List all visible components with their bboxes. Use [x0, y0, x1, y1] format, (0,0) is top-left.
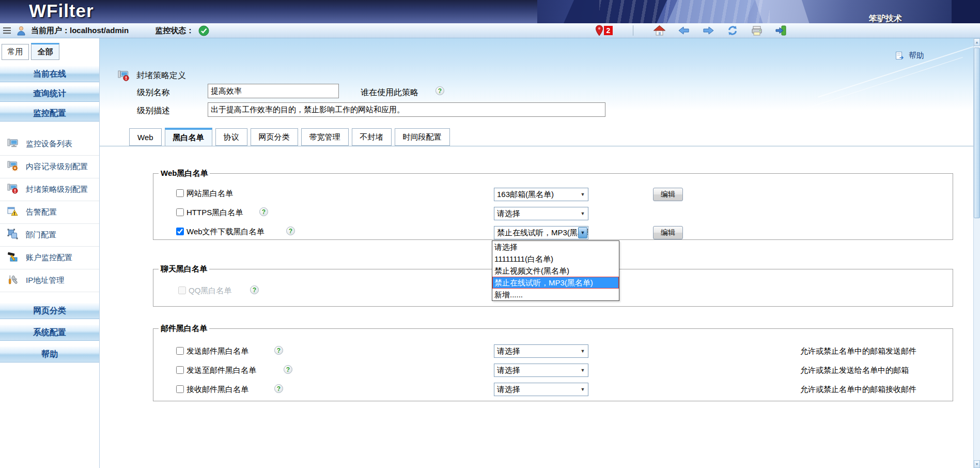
home-icon[interactable]: [654, 25, 665, 36]
sidebar-item-account-monitor-config[interactable]: 账户监控配置: [0, 247, 99, 269]
send-mail-help-icon[interactable]: ?: [274, 346, 283, 355]
website-list-select[interactable]: 163邮箱(黑名单)▼: [494, 188, 588, 201]
sidebar-tab-all[interactable]: 全部: [31, 43, 59, 60]
tab-bandwidth[interactable]: 带宽管理: [301, 128, 349, 146]
tab-no-block[interactable]: 不封堵: [352, 128, 392, 146]
alerts-pin-icon[interactable]: 2: [595, 25, 613, 36]
tab-web[interactable]: Web: [129, 128, 162, 146]
who-uses-label: 谁在使用此策略: [361, 87, 418, 98]
app-logo: WFilter: [29, 1, 94, 21]
https-list-help-icon[interactable]: ?: [259, 207, 268, 216]
receive-mail-list-label: 接收邮件黑白名单: [186, 385, 248, 395]
chevron-down-icon: ▼: [578, 227, 587, 238]
send-mail-list-label: 发送邮件黑白名单: [186, 346, 248, 356]
receive-mail-help-icon[interactable]: ?: [274, 384, 283, 393]
website-list-checkbox[interactable]: [176, 189, 184, 197]
scrollbar-down-icon[interactable]: ▼: [974, 460, 980, 468]
chevron-down-icon: ▼: [578, 189, 587, 200]
chevron-down-icon: ▼: [578, 208, 587, 219]
toolbar: 当前用户：localhost/admin 监控状态： 2: [0, 23, 980, 38]
sidebar-item-alert-config[interactable]: 告警配置: [0, 201, 99, 224]
app-header: WFilter 笨驴技术: [0, 0, 980, 23]
user-icon: [16, 25, 26, 36]
send-to-mail-help-icon[interactable]: ?: [284, 365, 292, 374]
sidebar-item-monitor-devices[interactable]: 监控设备列表: [0, 133, 99, 156]
qq-list-checkbox[interactable]: [178, 286, 186, 294]
account-monitor-icon: [7, 252, 19, 264]
website-list-label: 网站黑白名单: [186, 189, 233, 199]
level-desc-label: 级别描述: [137, 105, 170, 116]
qq-list-help-icon[interactable]: ?: [250, 285, 259, 294]
help-link[interactable]: 帮助: [895, 51, 924, 61]
header-banner-image: [537, 0, 980, 23]
logout-icon[interactable]: [775, 25, 786, 36]
tab-time-period[interactable]: 时间段配置: [395, 128, 450, 146]
tab-web-category[interactable]: 网页分类: [251, 128, 298, 146]
send-mail-list-checkbox[interactable]: [176, 347, 184, 355]
qq-list-label: QQ黑白名单: [189, 286, 231, 296]
refresh-icon[interactable]: [727, 25, 738, 36]
send-mail-desc: 允许或禁止名单中的邮箱发送邮件: [800, 346, 916, 356]
policy-tabs: Web 黑白名单 协议 网页分类 带宽管理 不封堵 时间段配置: [129, 128, 450, 146]
web-download-list-checkbox[interactable]: [176, 228, 184, 235]
send-to-mail-list-checkbox[interactable]: [176, 366, 184, 374]
sidebar-item-content-record-level[interactable]: 内容记录级别配置: [0, 156, 99, 178]
dropdown-option[interactable]: 11111111(白名单): [492, 253, 619, 265]
receive-mail-list-checkbox[interactable]: [176, 385, 184, 393]
sidebar-group-query-stats[interactable]: 查询统计: [0, 85, 99, 102]
chevron-down-icon: ▼: [578, 384, 587, 395]
who-uses-help-icon[interactable]: ?: [435, 86, 444, 95]
brand-text: 笨驴技术: [869, 13, 902, 23]
content-banner: [100, 38, 973, 111]
level-name-label: 级别名称: [137, 87, 170, 98]
scrollbar-up-icon[interactable]: ▲: [974, 38, 980, 46]
sidebar-group-web-category[interactable]: 网页分类: [0, 303, 99, 319]
sidebar-tab-common[interactable]: 常用: [2, 44, 29, 60]
tab-blackwhite-list[interactable]: 黑白名单: [165, 128, 212, 146]
dropdown-option[interactable]: 请选择: [492, 241, 619, 253]
web-download-list-edit-button[interactable]: 编辑: [653, 226, 683, 239]
chevron-down-icon: ▼: [578, 345, 587, 357]
sidebar-items: 监控设备列表 内容记录级别配置 封堵策略级别配置 告警配置: [0, 133, 99, 292]
sidebar-group-online[interactable]: 当前在线: [0, 66, 99, 82]
sidebar-item-ip-address-manage[interactable]: IP地址管理: [0, 269, 99, 292]
web-download-list-select[interactable]: 禁止在线试听，MP3(黑名单)▼: [494, 226, 588, 239]
https-list-checkbox[interactable]: [176, 208, 184, 216]
chevron-down-icon: ▼: [578, 365, 587, 376]
help-page-icon: [895, 51, 905, 61]
forward-icon[interactable]: [703, 26, 714, 35]
vertical-scrollbar[interactable]: ▲ ▼: [973, 38, 980, 468]
menu-icon[interactable]: [3, 27, 11, 34]
main-content: 帮助 封堵策略定义 级别名称 谁在使用此策略 ? 级别描述 Web 黑白名单 协…: [100, 38, 973, 468]
monitor-status-label: 监控状态：: [155, 26, 194, 36]
receive-mail-select[interactable]: 请选择▼: [494, 383, 588, 396]
wfilter-app: WFilter 笨驴技术 当前用户：localhost/admin 监控状态： …: [0, 0, 980, 468]
back-icon[interactable]: [678, 26, 690, 35]
send-mail-select[interactable]: 请选择▼: [494, 344, 588, 358]
send-to-mail-select[interactable]: 请选择▼: [494, 364, 588, 377]
monitor-icon: [7, 138, 19, 150]
print-icon[interactable]: [751, 26, 763, 36]
block-policy-page-icon: [118, 70, 130, 81]
open-dropdown-list: 请选择 11111111(白名单) 禁止视频文件(黑名单) 禁止在线试听，MP3…: [492, 240, 619, 301]
dropdown-option-add-new[interactable]: 新增......: [492, 289, 619, 300]
level-desc-input[interactable]: [208, 102, 605, 117]
level-name-input[interactable]: [208, 84, 339, 98]
dropdown-option[interactable]: 禁止视频文件(黑名单): [492, 265, 619, 277]
website-list-edit-button[interactable]: 编辑: [653, 188, 683, 201]
sidebar-item-department-config[interactable]: 部门配置: [0, 224, 99, 247]
scrollbar-thumb[interactable]: [974, 48, 980, 218]
dropdown-option-selected[interactable]: 禁止在线试听，MP3(黑名单): [492, 277, 619, 289]
sidebar: 常用 全部 当前在线 查询统计 监控配置 监控设备列表 内容记录级别配置: [0, 38, 100, 468]
sidebar-group-help[interactable]: 帮助: [0, 346, 99, 363]
web-download-list-help-icon[interactable]: ?: [286, 227, 295, 235]
receive-mail-desc: 允许或禁止名单中的邮箱接收邮件: [800, 385, 916, 395]
https-list-select[interactable]: 请选择▼: [494, 207, 588, 220]
sidebar-group-monitor-config[interactable]: 监控配置: [0, 105, 99, 122]
sidebar-item-block-policy-level[interactable]: 封堵策略级别配置: [0, 178, 99, 201]
mail-list-legend: 邮件黑白名单: [159, 324, 209, 334]
current-user-label: 当前用户：localhost/admin: [31, 26, 129, 36]
sidebar-group-system-config[interactable]: 系统配置: [0, 324, 99, 341]
alert-count-badge: 2: [604, 26, 613, 35]
tab-protocol[interactable]: 协议: [215, 128, 247, 146]
